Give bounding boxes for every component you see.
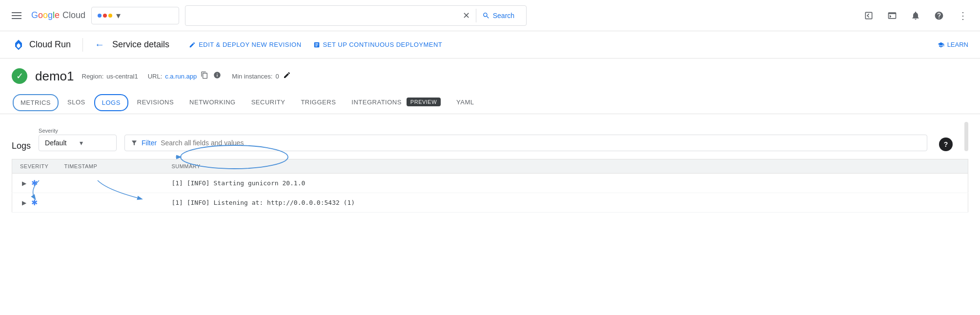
edit-min-instances-button[interactable]	[282, 70, 292, 82]
more-menu-button[interactable]: ⋮	[953, 6, 972, 25]
help-circle-button[interactable]: ?	[939, 138, 953, 151]
search-icon	[482, 12, 490, 20]
filter-input[interactable]	[161, 139, 921, 147]
url-meta: URL: c.a.run.app	[148, 70, 223, 82]
service-details: ✓ demo1 Region: us-central1 URL: c.a.run…	[0, 59, 980, 84]
back-button[interactable]: ←	[95, 39, 104, 50]
cloud-run-icon	[12, 38, 25, 52]
edit-deploy-link[interactable]: EDIT & DEPLOY NEW REVISION	[189, 41, 301, 48]
console-icon-button[interactable]	[859, 6, 878, 25]
nav-divider	[82, 38, 83, 52]
dot-yellow	[108, 14, 112, 18]
filter-label: Filter	[142, 139, 157, 147]
search-input[interactable]: Cloud Run	[191, 12, 459, 20]
tab-metrics[interactable]: METRICS	[13, 94, 59, 111]
log-row-summary-1: [1] [INFO] Starting gunicorn 20.1.0	[163, 174, 968, 193]
log-summary-text-1: [1] [INFO] Starting gunicorn 20.1.0	[171, 179, 305, 187]
copy-url-button[interactable]	[200, 70, 209, 82]
info-icon	[213, 71, 221, 79]
service-header: ✓ demo1 Region: us-central1 URL: c.a.run…	[12, 68, 968, 84]
help-button[interactable]	[929, 6, 949, 25]
tab-logs[interactable]: LOGS	[94, 94, 128, 111]
region-value: us-central1	[106, 73, 138, 80]
preview-badge: PREVIEW	[407, 98, 441, 106]
log-row-summary-2: [1] [INFO] Listening at: http://0.0.0.0:…	[163, 193, 968, 213]
hamburger-menu-button[interactable]	[8, 8, 25, 23]
dot-blue	[98, 14, 102, 18]
tab-networking[interactable]: NETWORKING	[182, 93, 244, 113]
tab-integrations[interactable]: INTEGRATIONS PREVIEW	[344, 92, 449, 114]
service-name: demo1	[35, 69, 74, 84]
action-links: EDIT & DEPLOY NEW REVISION SET UP CONTIN…	[189, 41, 442, 48]
google-text: Google	[31, 10, 60, 20]
scrollbar-handle	[964, 122, 968, 151]
second-nav: Cloud Run ← Service details EDIT & DEPLO…	[0, 31, 980, 59]
col-header-summary: SUMMARY	[163, 159, 968, 174]
tab-security[interactable]: SECURITY	[244, 93, 293, 113]
project-selector[interactable]: ▾	[91, 7, 179, 24]
learn-link[interactable]: LEARN	[938, 41, 968, 48]
tab-slos[interactable]: SLOS	[60, 93, 93, 113]
service-meta: Region: us-central1 URL: c.a.run.app	[82, 70, 292, 82]
severity-cell-1: ▶ ✱	[20, 178, 48, 188]
region-label: Region:	[82, 73, 104, 80]
region-meta: Region: us-central1	[82, 73, 138, 80]
table-row: ▶ ✱ [1] [INFO] Starting gunicorn 20.1.0	[12, 174, 968, 193]
tabs-bar: METRICS SLOS LOGS REVISIONS NETWORKING S…	[0, 92, 980, 114]
copy-icon	[201, 71, 208, 79]
col-header-timestamp: TIMESTAMP	[56, 159, 163, 174]
filter-area: Filter	[124, 135, 927, 151]
info-button[interactable]	[212, 70, 222, 82]
logs-label: Logs	[12, 141, 31, 151]
severity-value: Default	[45, 139, 76, 147]
tab-revisions[interactable]: REVISIONS	[129, 93, 182, 113]
dropdown-arrow-icon: ▾	[116, 10, 121, 21]
tab-triggers[interactable]: TRIGGERS	[293, 93, 344, 113]
continuous-deploy-icon	[313, 41, 320, 48]
terminal-icon	[887, 11, 897, 20]
url-label: URL:	[148, 73, 163, 80]
url-link[interactable]: c.a.run.app	[165, 73, 197, 80]
col-header-severity: SEVERITY	[12, 159, 57, 174]
search-label: Search	[493, 12, 514, 20]
bell-icon	[911, 11, 920, 20]
search-button[interactable]: Search	[476, 9, 520, 22]
clear-search-button[interactable]: ✕	[463, 11, 470, 20]
logs-controls: Logs Severity Default ▾ Filter ?	[12, 122, 968, 151]
severity-label: Severity	[39, 128, 117, 134]
tab-yaml[interactable]: YAML	[449, 93, 482, 113]
log-row-severity-2: ▶ ✱	[12, 193, 57, 213]
severity-cell-2: ▶ ✱	[20, 198, 48, 207]
edit-icon	[189, 41, 196, 48]
project-dots	[98, 14, 112, 18]
expand-row-2-button[interactable]: ▶	[20, 198, 28, 207]
notifications-button[interactable]	[906, 6, 925, 25]
product-name: Cloud Run	[29, 39, 71, 50]
terminal-icon-button[interactable]	[882, 6, 902, 25]
service-status-icon: ✓	[12, 68, 27, 84]
cloud-text: Cloud	[62, 10, 85, 20]
min-instances-value: 0	[275, 73, 279, 80]
log-info-icon-2: ✱	[31, 198, 38, 207]
learn-icon	[938, 41, 944, 48]
min-instances-label: Min instances:	[232, 73, 272, 80]
log-row-timestamp-1	[56, 174, 163, 193]
help-icon	[934, 11, 944, 20]
top-nav: Google Cloud ▾ Cloud Run ✕ Search	[0, 0, 980, 31]
filter-icon	[131, 139, 138, 146]
search-bar: Cloud Run ✕ Search	[185, 5, 527, 26]
continuous-deploy-label: SET UP CONTINUOUS DEPLOYMENT	[323, 41, 443, 48]
page-title: Service details	[112, 39, 169, 50]
service-details-container: ✓ demo1 Region: us-central1 URL: c.a.run…	[0, 59, 980, 114]
severity-select[interactable]: Default ▾	[39, 135, 117, 151]
google-cloud-logo: Google Cloud	[31, 10, 85, 20]
log-summary-text-2: [1] [INFO] Listening at: http://0.0.0.0:…	[171, 199, 355, 206]
logs-table: SEVERITY TIMESTAMP SUMMARY ▶ ✱	[12, 159, 968, 213]
continuous-deploy-link[interactable]: SET UP CONTINUOUS DEPLOYMENT	[313, 41, 443, 48]
severity-dropdown-arrow: ▾	[80, 139, 110, 147]
logs-section: Logs Severity Default ▾ Filter ? SEVERIT…	[0, 114, 980, 220]
dot-red	[103, 14, 107, 18]
severity-select-wrapper: Severity Default ▾	[39, 128, 117, 151]
expand-row-1-button[interactable]: ▶	[20, 179, 28, 188]
log-row-severity-1: ▶ ✱	[12, 174, 57, 193]
